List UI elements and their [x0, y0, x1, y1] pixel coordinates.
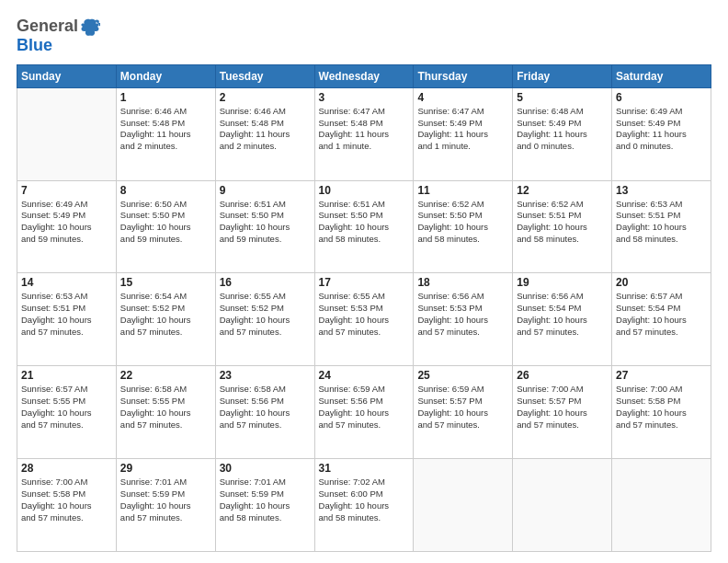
- day-number: 8: [120, 184, 211, 197]
- header: General Blue: [17, 17, 711, 55]
- day-info: Sunrise: 7:02 AM Sunset: 6:00 PM Dayligh…: [319, 477, 410, 523]
- day-info: Sunrise: 6:55 AM Sunset: 5:53 PM Dayligh…: [319, 291, 410, 338]
- day-number: 15: [120, 276, 211, 289]
- day-number: 10: [319, 184, 410, 197]
- day-info: Sunrise: 6:49 AM Sunset: 5:49 PM Dayligh…: [21, 199, 112, 246]
- day-info: Sunrise: 6:54 AM Sunset: 5:52 PM Dayligh…: [120, 291, 211, 338]
- day-number: 9: [220, 184, 311, 197]
- day-info: Sunrise: 6:50 AM Sunset: 5:50 PM Dayligh…: [120, 199, 211, 246]
- calendar-day-cell: 22Sunrise: 6:58 AM Sunset: 5:55 PM Dayli…: [116, 366, 215, 459]
- day-number: 12: [517, 184, 608, 197]
- day-info: Sunrise: 6:47 AM Sunset: 5:49 PM Dayligh…: [417, 106, 508, 153]
- day-info: Sunrise: 6:58 AM Sunset: 5:56 PM Dayligh…: [220, 384, 311, 431]
- day-number: 17: [319, 276, 410, 289]
- weekday-header-tuesday: Tuesday: [215, 64, 314, 87]
- calendar-day-cell: 8Sunrise: 6:50 AM Sunset: 5:50 PM Daylig…: [116, 180, 215, 273]
- day-info: Sunrise: 6:52 AM Sunset: 5:51 PM Dayligh…: [517, 199, 608, 246]
- calendar-day-cell: [414, 459, 513, 552]
- calendar-day-cell: 19Sunrise: 6:56 AM Sunset: 5:54 PM Dayli…: [513, 273, 612, 366]
- logo-general: General: [17, 17, 78, 36]
- day-info: Sunrise: 7:00 AM Sunset: 5:57 PM Dayligh…: [517, 384, 608, 431]
- logo: General Blue: [17, 17, 100, 55]
- day-number: 3: [319, 91, 410, 104]
- day-number: 30: [220, 462, 311, 475]
- calendar-day-cell: 13Sunrise: 6:53 AM Sunset: 5:51 PM Dayli…: [612, 180, 711, 273]
- calendar-body: 1Sunrise: 6:46 AM Sunset: 5:48 PM Daylig…: [17, 87, 711, 551]
- day-number: 21: [21, 369, 112, 382]
- day-number: 16: [220, 276, 311, 289]
- calendar-week-row: 14Sunrise: 6:53 AM Sunset: 5:51 PM Dayli…: [17, 273, 711, 366]
- day-number: 6: [616, 91, 707, 104]
- day-number: 20: [616, 276, 707, 289]
- day-info: Sunrise: 6:58 AM Sunset: 5:55 PM Dayligh…: [120, 384, 211, 431]
- calendar-day-cell: 6Sunrise: 6:49 AM Sunset: 5:49 PM Daylig…: [612, 87, 711, 180]
- logo-bird-icon: [80, 17, 100, 37]
- calendar-day-cell: 18Sunrise: 6:56 AM Sunset: 5:53 PM Dayli…: [414, 273, 513, 366]
- day-number: 4: [417, 91, 508, 104]
- day-info: Sunrise: 6:46 AM Sunset: 5:48 PM Dayligh…: [220, 106, 311, 153]
- page: General Blue SundayMondayTuesdayWednesda…: [0, 0, 728, 563]
- calendar-day-cell: 5Sunrise: 6:48 AM Sunset: 5:49 PM Daylig…: [513, 87, 612, 180]
- calendar-day-cell: 26Sunrise: 7:00 AM Sunset: 5:57 PM Dayli…: [513, 366, 612, 459]
- calendar-day-cell: 17Sunrise: 6:55 AM Sunset: 5:53 PM Dayli…: [314, 273, 414, 366]
- calendar-day-cell: 29Sunrise: 7:01 AM Sunset: 5:59 PM Dayli…: [116, 459, 215, 552]
- day-number: 19: [517, 276, 608, 289]
- calendar-day-cell: [612, 459, 711, 552]
- day-info: Sunrise: 6:59 AM Sunset: 5:57 PM Dayligh…: [417, 384, 508, 431]
- weekday-header-friday: Friday: [513, 64, 612, 87]
- calendar-day-cell: 23Sunrise: 6:58 AM Sunset: 5:56 PM Dayli…: [215, 366, 314, 459]
- weekday-header-saturday: Saturday: [612, 64, 711, 87]
- weekday-header-monday: Monday: [116, 64, 215, 87]
- calendar-day-cell: 3Sunrise: 6:47 AM Sunset: 5:48 PM Daylig…: [314, 87, 414, 180]
- calendar-week-row: 1Sunrise: 6:46 AM Sunset: 5:48 PM Daylig…: [17, 87, 711, 180]
- day-info: Sunrise: 6:48 AM Sunset: 5:49 PM Dayligh…: [517, 106, 608, 153]
- calendar-day-cell: 24Sunrise: 6:59 AM Sunset: 5:56 PM Dayli…: [314, 366, 414, 459]
- calendar-week-row: 28Sunrise: 7:00 AM Sunset: 5:58 PM Dayli…: [17, 459, 711, 552]
- calendar-header-row: SundayMondayTuesdayWednesdayThursdayFrid…: [17, 64, 711, 87]
- calendar-day-cell: 7Sunrise: 6:49 AM Sunset: 5:49 PM Daylig…: [17, 180, 117, 273]
- day-info: Sunrise: 6:59 AM Sunset: 5:56 PM Dayligh…: [319, 384, 410, 431]
- calendar-table: SundayMondayTuesdayWednesdayThursdayFrid…: [17, 64, 711, 552]
- day-number: 27: [616, 369, 707, 382]
- calendar-day-cell: 14Sunrise: 6:53 AM Sunset: 5:51 PM Dayli…: [17, 273, 117, 366]
- logo-blue: Blue: [17, 36, 52, 54]
- calendar-day-cell: 30Sunrise: 7:01 AM Sunset: 5:59 PM Dayli…: [215, 459, 314, 552]
- calendar-week-row: 7Sunrise: 6:49 AM Sunset: 5:49 PM Daylig…: [17, 180, 711, 273]
- day-info: Sunrise: 6:53 AM Sunset: 5:51 PM Dayligh…: [616, 199, 707, 246]
- calendar-day-cell: 11Sunrise: 6:52 AM Sunset: 5:50 PM Dayli…: [414, 180, 513, 273]
- weekday-header-thursday: Thursday: [414, 64, 513, 87]
- calendar-day-cell: [513, 459, 612, 552]
- day-info: Sunrise: 7:00 AM Sunset: 5:58 PM Dayligh…: [616, 384, 707, 431]
- day-info: Sunrise: 6:53 AM Sunset: 5:51 PM Dayligh…: [21, 291, 112, 338]
- day-info: Sunrise: 7:00 AM Sunset: 5:58 PM Dayligh…: [21, 477, 112, 523]
- calendar-day-cell: 21Sunrise: 6:57 AM Sunset: 5:55 PM Dayli…: [17, 366, 117, 459]
- day-info: Sunrise: 6:56 AM Sunset: 5:54 PM Dayligh…: [517, 291, 608, 338]
- day-number: 7: [21, 184, 112, 197]
- day-number: 11: [417, 184, 508, 197]
- calendar-day-cell: 1Sunrise: 6:46 AM Sunset: 5:48 PM Daylig…: [116, 87, 215, 180]
- day-number: 14: [21, 276, 112, 289]
- day-number: 28: [21, 462, 112, 475]
- calendar-day-cell: 28Sunrise: 7:00 AM Sunset: 5:58 PM Dayli…: [17, 459, 117, 552]
- calendar-day-cell: 31Sunrise: 7:02 AM Sunset: 6:00 PM Dayli…: [314, 459, 414, 552]
- day-info: Sunrise: 6:52 AM Sunset: 5:50 PM Dayligh…: [417, 199, 508, 246]
- day-number: 24: [319, 369, 410, 382]
- day-number: 5: [517, 91, 608, 104]
- day-info: Sunrise: 7:01 AM Sunset: 5:59 PM Dayligh…: [120, 477, 211, 523]
- day-info: Sunrise: 6:49 AM Sunset: 5:49 PM Dayligh…: [616, 106, 707, 153]
- day-info: Sunrise: 6:51 AM Sunset: 5:50 PM Dayligh…: [220, 199, 311, 246]
- calendar-day-cell: 25Sunrise: 6:59 AM Sunset: 5:57 PM Dayli…: [414, 366, 513, 459]
- day-number: 2: [220, 91, 311, 104]
- day-info: Sunrise: 6:47 AM Sunset: 5:48 PM Dayligh…: [319, 106, 410, 153]
- weekday-header-sunday: Sunday: [17, 64, 117, 87]
- day-number: 31: [319, 462, 410, 475]
- calendar-week-row: 21Sunrise: 6:57 AM Sunset: 5:55 PM Dayli…: [17, 366, 711, 459]
- day-number: 23: [220, 369, 311, 382]
- day-number: 25: [417, 369, 508, 382]
- day-info: Sunrise: 7:01 AM Sunset: 5:59 PM Dayligh…: [220, 477, 311, 523]
- calendar-day-cell: 10Sunrise: 6:51 AM Sunset: 5:50 PM Dayli…: [314, 180, 414, 273]
- day-info: Sunrise: 6:51 AM Sunset: 5:50 PM Dayligh…: [319, 199, 410, 246]
- weekday-header-wednesday: Wednesday: [314, 64, 414, 87]
- calendar-day-cell: 20Sunrise: 6:57 AM Sunset: 5:54 PM Dayli…: [612, 273, 711, 366]
- day-number: 26: [517, 369, 608, 382]
